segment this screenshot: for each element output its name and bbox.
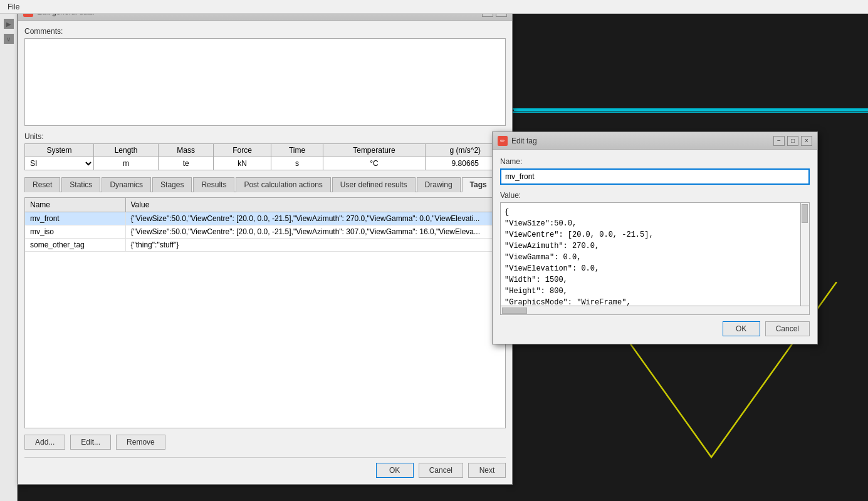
tag-name-some-other: some_other_tag [25, 239, 125, 252]
table-row[interactable]: mv_iso {"ViewSize":50.0,"ViewCentre": [2… [25, 225, 505, 239]
units-label: Units: [24, 132, 506, 141]
tag-name-mv-front: mv_front [25, 212, 125, 225]
next-button[interactable]: Next [468, 463, 506, 478]
tag-cancel-button[interactable]: Cancel [765, 321, 810, 336]
system-cell[interactable]: SI [25, 157, 94, 170]
force-cell: kN [214, 157, 271, 170]
h-scrollbar-thumb [502, 307, 527, 314]
tag-titlebar-right: − □ × [773, 136, 812, 146]
tag-minimize-button[interactable]: − [773, 136, 785, 146]
name-input[interactable] [500, 168, 810, 185]
tags-table-wrapper: Name Value mv_front {"ViewSize":50.0,"Vi… [24, 197, 506, 428]
table-row[interactable]: some_other_tag {"thing":"stuff"} [25, 239, 505, 252]
teal-line-bottom [513, 111, 868, 113]
add-button[interactable]: Add... [24, 435, 65, 450]
tab-stages[interactable]: Stages [152, 177, 192, 192]
tags-col-value: Value [125, 198, 505, 212]
tag-titlebar-left: ✏ Edit tag [498, 136, 537, 146]
col-force: Force [214, 144, 271, 157]
tag-maximize-button[interactable]: □ [787, 136, 798, 146]
tab-statics[interactable]: Statics [61, 177, 100, 192]
menu-file[interactable]: File [3, 1, 24, 13]
comments-label: Comments: [24, 27, 506, 36]
col-length: Length [93, 144, 158, 157]
dialog-bottom-buttons: OK Cancel Next [24, 457, 506, 478]
name-label: Name: [500, 157, 810, 166]
col-temperature: Temperature [323, 144, 425, 157]
scrollbar-thumb [802, 204, 808, 223]
value-area-wrapper [500, 202, 810, 306]
menubar: File [0, 0, 868, 14]
col-system: System [25, 144, 94, 157]
edit-general-data-dialog: ✏ Edit general data ? × Comments: Units:… [18, 3, 513, 485]
value-scrollbar[interactable] [800, 203, 809, 306]
temperature-cell: °C [323, 157, 425, 170]
tag-value-mv-iso: {"ViewSize":50.0,"ViewCentre": [20.0, 0.… [125, 225, 505, 239]
system-select[interactable]: SI [25, 157, 93, 170]
tags-col-name: Name [25, 198, 125, 212]
mass-cell: te [159, 157, 214, 170]
value-textarea[interactable] [501, 203, 800, 306]
tab-drawing[interactable]: Drawing [417, 177, 461, 192]
col-time: Time [271, 144, 323, 157]
tag-dialog-content: Name: Value: OK Cancel [493, 150, 817, 344]
remove-button[interactable]: Remove [116, 435, 165, 450]
tab-reset[interactable]: Reset [24, 177, 60, 192]
tags-table: Name Value mv_front {"ViewSize":50.0,"Vi… [25, 198, 505, 252]
value-label: Value: [500, 191, 810, 200]
tag-dialog-title: Edit tag [511, 137, 537, 145]
tab-results[interactable]: Results [193, 177, 234, 192]
tab-post-calc[interactable]: Post calculation actions [236, 177, 330, 192]
edit-tag-dialog: ✏ Edit tag − □ × Name: Value: OK C [492, 132, 818, 344]
tag-name-mv-iso: mv_iso [25, 225, 125, 239]
units-table: System Length Mass Force Time Temperatur… [24, 143, 506, 170]
length-cell: m [93, 157, 158, 170]
tab-tags[interactable]: Tags [462, 177, 495, 192]
tabs-section: Reset Statics Dynamics Stages Results Po… [24, 177, 506, 478]
ok-button[interactable]: OK [376, 463, 414, 478]
units-section: Units: System Length Mass Force Time Tem… [24, 132, 506, 170]
main-dialog-content: Comments: Units: System Length Mass Forc… [18, 21, 512, 484]
action-buttons: Add... Edit... Remove [24, 435, 506, 450]
cancel-button[interactable]: Cancel [419, 463, 463, 478]
tab-user-defined[interactable]: User defined results [332, 177, 416, 192]
tag-dialog-bottom-buttons: OK Cancel [500, 321, 810, 336]
sidebar-icon-expand: ∨ [4, 34, 14, 44]
comments-textarea[interactable] [24, 38, 506, 126]
time-cell: s [271, 157, 323, 170]
tag-value-mv-front: {"ViewSize":50.0,"ViewCentre": [20.0, 0.… [125, 212, 505, 225]
sidebar-icon-arrow: ▶ [4, 19, 14, 29]
col-mass: Mass [159, 144, 214, 157]
left-sidebar: ▶ ∨ [0, 0, 18, 501]
tab-dynamics[interactable]: Dynamics [102, 177, 151, 192]
tag-close-button[interactable]: × [801, 136, 812, 146]
teal-line-top [513, 108, 868, 110]
horizontal-scrollbar[interactable] [500, 306, 810, 315]
table-row[interactable]: mv_front {"ViewSize":50.0,"ViewCentre": … [25, 212, 505, 225]
tag-dialog-icon: ✏ [498, 136, 508, 146]
tag-dialog-titlebar: ✏ Edit tag − □ × [493, 132, 817, 150]
edit-button[interactable]: Edit... [70, 435, 111, 450]
tag-value-some-other: {"thing":"stuff"} [125, 239, 505, 252]
tag-ok-button[interactable]: OK [723, 321, 760, 336]
tabs-row: Reset Statics Dynamics Stages Results Po… [24, 177, 506, 192]
